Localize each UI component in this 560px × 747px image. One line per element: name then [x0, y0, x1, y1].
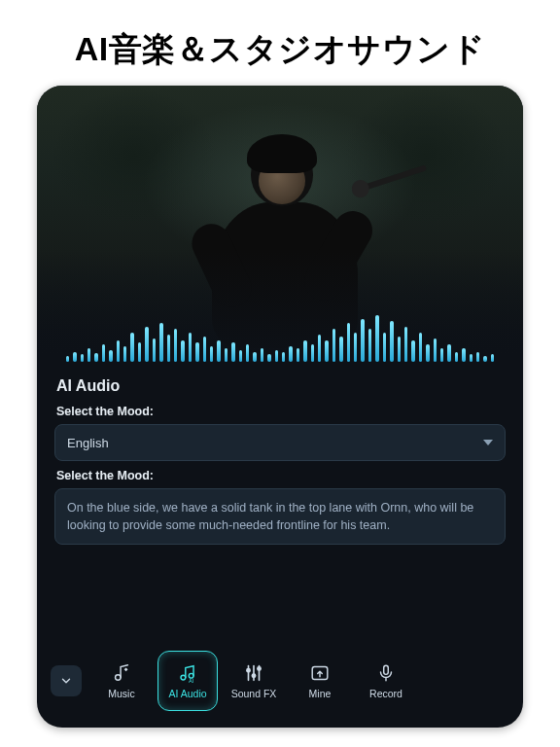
panel-title: AI Audio: [56, 377, 506, 395]
device-frame: AI Audio Select the Mood: English Select…: [37, 86, 523, 728]
mood-label-2: Select the Mood:: [56, 469, 506, 482]
svg-point-9: [258, 667, 261, 670]
tab-label: Record: [369, 688, 402, 699]
language-select[interactable]: English: [54, 424, 506, 461]
ai-audio-panel: AI Audio Select the Mood: English Select…: [37, 368, 523, 644]
tab-label: AI Audio: [168, 688, 206, 699]
language-select-value: English: [67, 436, 109, 450]
svg-point-0: [116, 675, 122, 681]
music-note-ai-icon: AI: [177, 662, 198, 684]
chevron-down-icon: [483, 440, 493, 445]
svg-rect-11: [384, 665, 389, 674]
category-tabs: Music AI AI Audio Sound FX Mine Record: [91, 651, 416, 711]
mood-label-1: Select the Mood:: [56, 405, 506, 418]
tab-music[interactable]: Music: [91, 651, 152, 711]
svg-text:AI: AI: [189, 678, 194, 684]
microphone-icon: [375, 662, 397, 684]
image-upload-icon: [309, 662, 331, 684]
tab-sound-fx[interactable]: Sound FX: [224, 651, 284, 711]
tab-record[interactable]: Record: [356, 651, 416, 711]
bottom-bar: Music AI AI Audio Sound FX Mine Record: [37, 644, 523, 728]
hero-image: [37, 86, 523, 368]
tab-label: Sound FX: [231, 688, 277, 699]
svg-point-7: [247, 669, 250, 672]
equalizer-icon: [243, 662, 264, 684]
waveform: [37, 298, 523, 362]
collapse-button[interactable]: [51, 665, 82, 696]
chevron-down-icon: [59, 674, 73, 688]
page-headline: AI音楽＆スタジオサウンド: [75, 27, 486, 72]
tab-mine[interactable]: Mine: [290, 651, 350, 711]
tab-label: Mine: [309, 688, 332, 699]
tab-label: Music: [108, 688, 134, 699]
music-ai-icon: [111, 662, 132, 684]
svg-point-8: [252, 674, 255, 677]
tab-ai-audio[interactable]: AI AI Audio: [158, 651, 218, 711]
prompt-textarea[interactable]: On the blue side, we have a solid tank i…: [54, 488, 506, 545]
